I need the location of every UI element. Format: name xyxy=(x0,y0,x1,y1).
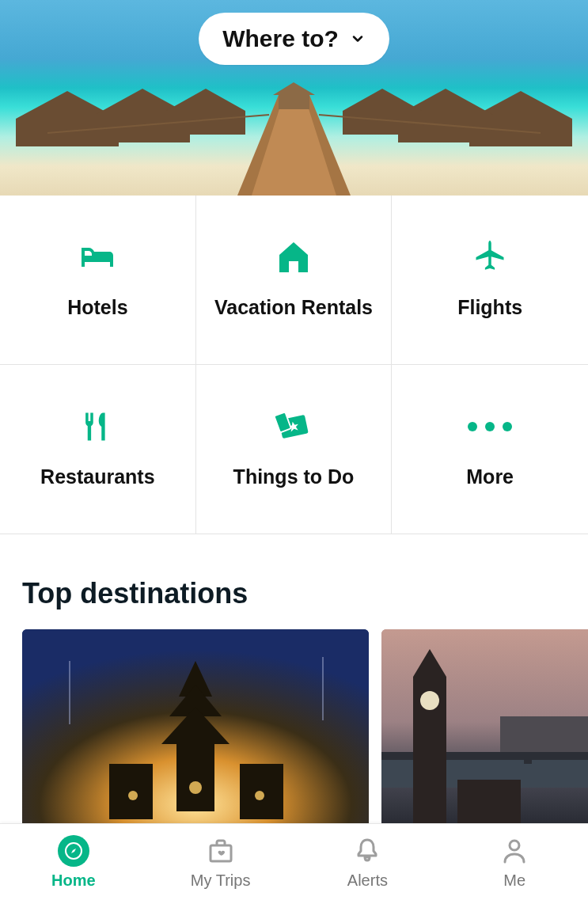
category-flights[interactable]: Flights xyxy=(392,196,588,365)
nav-me[interactable]: Me xyxy=(441,824,588,900)
category-label: More xyxy=(466,465,514,488)
nav-label: Home xyxy=(51,872,96,890)
bell-icon xyxy=(351,835,383,867)
svg-rect-8 xyxy=(279,95,309,109)
destination-image xyxy=(381,629,588,835)
ticket-icon xyxy=(275,410,313,443)
search-destination-button[interactable]: Where to? xyxy=(199,13,389,65)
category-label: Hotels xyxy=(67,296,127,319)
svg-marker-7 xyxy=(343,89,422,135)
nav-label: My Trips xyxy=(191,872,251,890)
category-label: Restaurants xyxy=(40,465,155,488)
svg-rect-14 xyxy=(275,412,291,433)
nav-home[interactable]: Home xyxy=(0,824,147,900)
section-title-top-destinations: Top destinations xyxy=(22,577,588,610)
suitcase-heart-icon xyxy=(205,835,237,867)
dots-icon xyxy=(468,410,512,443)
category-hotels[interactable]: Hotels xyxy=(0,196,196,365)
svg-marker-9 xyxy=(273,82,315,95)
svg-marker-3 xyxy=(95,89,190,142)
destination-card-bali[interactable] xyxy=(22,629,369,835)
svg-rect-29 xyxy=(381,752,588,760)
destination-image xyxy=(22,629,369,835)
svg-marker-4 xyxy=(166,89,245,135)
bed-icon xyxy=(78,241,116,274)
svg-point-41 xyxy=(510,841,519,850)
search-label: Where to? xyxy=(222,25,339,52)
person-icon xyxy=(499,835,530,867)
svg-rect-33 xyxy=(500,716,588,752)
plane-icon xyxy=(471,241,509,274)
svg-marker-0 xyxy=(237,95,351,196)
svg-rect-19 xyxy=(176,740,214,811)
category-vacation-rentals[interactable]: Vacation Rentals xyxy=(196,196,393,365)
chevron-down-icon xyxy=(350,31,366,47)
svg-marker-6 xyxy=(398,89,493,142)
svg-marker-39 xyxy=(71,849,76,853)
category-grid: Hotels Vacation Rentals Flights Restaura… xyxy=(0,196,588,534)
category-label: Flights xyxy=(457,296,522,319)
bottom-nav: Home My Trips Alerts Me xyxy=(0,823,588,900)
svg-point-22 xyxy=(128,791,138,800)
nav-label: Me xyxy=(503,872,525,890)
nav-alerts[interactable]: Alerts xyxy=(294,824,442,900)
svg-point-37 xyxy=(420,691,439,710)
hero-banner: Where to? xyxy=(0,0,588,196)
svg-line-10 xyxy=(47,115,269,133)
fork-knife-icon xyxy=(78,410,116,443)
destination-card-london[interactable] xyxy=(381,629,588,835)
house-icon xyxy=(275,241,313,274)
svg-line-11 xyxy=(319,115,541,133)
category-more[interactable]: More xyxy=(392,365,588,534)
svg-point-24 xyxy=(189,781,202,794)
nav-my-trips[interactable]: My Trips xyxy=(147,824,294,900)
svg-marker-5 xyxy=(469,91,572,146)
category-restaurants[interactable]: Restaurants xyxy=(0,365,196,534)
category-things-to-do[interactable]: Things to Do xyxy=(196,365,393,534)
category-label: Things to Do xyxy=(233,465,355,488)
svg-marker-2 xyxy=(16,91,119,146)
svg-point-23 xyxy=(255,791,264,800)
destinations-carousel[interactable] xyxy=(0,629,588,835)
nav-label: Alerts xyxy=(347,872,388,890)
compass-icon xyxy=(58,835,89,867)
category-label: Vacation Rentals xyxy=(214,296,373,319)
svg-marker-1 xyxy=(252,99,336,196)
